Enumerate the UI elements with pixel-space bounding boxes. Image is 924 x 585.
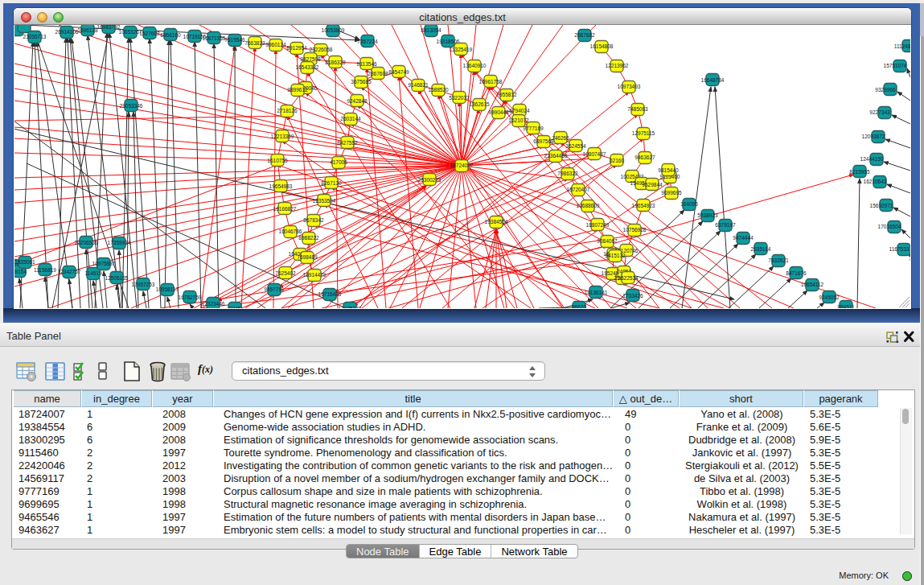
svg-text:10053809: 10053809 (322, 27, 345, 33)
svg-text:23055713: 23055713 (23, 34, 47, 39)
svg-text:26914106: 26914106 (55, 29, 79, 35)
svg-text:23364456: 23364456 (544, 153, 568, 159)
svg-text:9457791: 9457791 (264, 286, 285, 292)
svg-text:9960124: 9960124 (265, 42, 286, 47)
svg-text:62160: 62160 (610, 158, 624, 163)
svg-text:8912954: 8912954 (286, 45, 307, 51)
svg-text:6966160: 6966160 (160, 32, 181, 38)
svg-text:11156819: 11156819 (34, 267, 56, 273)
svg-text:16543382: 16543382 (296, 64, 319, 70)
svg-text:16046786: 16046786 (279, 229, 302, 234)
svg-text:9899612: 9899612 (287, 87, 308, 93)
svg-text:10654112: 10654112 (801, 282, 824, 287)
svg-text:6379197: 6379197 (715, 222, 736, 228)
svg-text:12213369: 12213369 (271, 134, 294, 139)
svg-text:1835061: 1835061 (14, 259, 35, 265)
svg-text:7625402: 7625402 (275, 270, 296, 276)
svg-text:2867608: 2867608 (368, 71, 388, 76)
svg-text:12213962: 12213962 (606, 63, 629, 68)
svg-text:1621072: 1621072 (508, 117, 529, 123)
svg-text:9990448: 9990448 (488, 109, 509, 115)
svg-text:10688609: 10688609 (577, 203, 600, 208)
svg-text:2718126: 2718126 (277, 108, 298, 113)
svg-text:16154808: 16154808 (590, 43, 614, 49)
svg-text:1733426: 1733426 (622, 293, 643, 299)
svg-text:8427552: 8427552 (337, 140, 358, 146)
svg-text:9415132: 9415132 (605, 253, 626, 258)
svg-text:16914479: 16914479 (303, 272, 326, 278)
svg-text:3675685: 3675685 (351, 79, 372, 84)
svg-text:1610755: 1610755 (267, 158, 288, 163)
svg-text:7632621: 7632621 (768, 257, 789, 263)
svg-text:7663822: 7663822 (244, 40, 265, 46)
svg-text:12093872: 12093872 (862, 134, 885, 139)
svg-text:7357224: 7357224 (357, 39, 378, 44)
svg-text:10958117: 10958117 (156, 286, 179, 292)
svg-text:17359934: 17359934 (108, 240, 131, 245)
svg-text:12342757: 12342757 (58, 269, 81, 274)
svg-text:2935114: 2935114 (751, 246, 771, 252)
svg-text:1588520: 1588520 (428, 87, 449, 93)
svg-text:9699695: 9699695 (661, 190, 682, 196)
svg-text:9474444: 9474444 (733, 235, 754, 241)
svg-text:8471676: 8471676 (786, 270, 807, 276)
svg-text:8267130: 8267130 (321, 180, 342, 186)
svg-text:18724007: 18724007 (450, 163, 474, 168)
svg-text:9084067: 9084067 (597, 238, 618, 244)
svg-text:19654923: 19654923 (632, 203, 655, 208)
svg-text:16782759: 16782759 (179, 295, 202, 300)
svg-text:7955812: 7955812 (496, 92, 517, 97)
svg-text:16671355: 16671355 (203, 35, 226, 41)
svg-text:7698489: 7698489 (297, 254, 318, 260)
svg-text:10975887: 10975887 (92, 261, 116, 266)
svg-text:19166827: 19166827 (273, 206, 297, 212)
svg-text:39154: 39154 (14, 269, 27, 274)
svg-text:13640910: 13640910 (463, 63, 487, 68)
svg-text:8678342: 8678342 (303, 217, 324, 223)
svg-text:8454749: 8454749 (388, 69, 409, 75)
svg-text:9242848: 9242848 (347, 98, 368, 104)
svg-text:9329966: 9329966 (875, 87, 896, 93)
svg-text:29053346: 29053346 (120, 103, 143, 109)
svg-text:5938923: 5938923 (697, 212, 718, 218)
svg-text:9777169: 9777169 (523, 126, 544, 131)
svg-text:8215955: 8215955 (849, 169, 870, 175)
svg-text:8186328: 8186328 (325, 60, 346, 65)
svg-text:9245: 9245 (229, 306, 241, 308)
svg-text:15716485: 15716485 (318, 291, 342, 297)
svg-text:25300273: 25300273 (418, 177, 441, 183)
svg-text:10807487: 10807487 (583, 151, 606, 157)
svg-text:12444150: 12444150 (860, 156, 884, 162)
svg-text:16983792: 16983792 (97, 25, 121, 30)
svg-text:1167533: 1167533 (889, 246, 910, 252)
svg-text:16648784: 16648784 (701, 77, 725, 83)
svg-text:1362615: 1362615 (469, 101, 490, 107)
svg-text:96620: 96620 (572, 304, 586, 308)
svg-text:9146821: 9146821 (408, 82, 429, 88)
svg-text:3624554: 3624554 (565, 143, 586, 149)
svg-text:1112481: 1112481 (894, 43, 910, 49)
svg-text:9227343: 9227343 (869, 109, 890, 115)
svg-text:7515546: 7515546 (224, 37, 245, 43)
svg-text:164095: 164095 (680, 201, 698, 207)
svg-text:417006: 417006 (330, 159, 347, 165)
svg-text:17957253: 17957253 (132, 282, 155, 287)
svg-text:884511: 884511 (837, 304, 855, 308)
svg-text:5322037: 5322037 (449, 95, 470, 101)
svg-text:8988222: 8988222 (298, 235, 319, 241)
svg-text:9245052: 9245052 (819, 295, 840, 300)
svg-text:2687682: 2687682 (574, 32, 595, 38)
svg-text:15720407: 15720407 (567, 187, 590, 192)
svg-text:1527602: 1527602 (139, 31, 160, 36)
svg-text:15692971: 15692971 (870, 203, 893, 208)
svg-text:16210643: 16210643 (864, 179, 887, 184)
svg-text:114519: 114519 (84, 270, 102, 276)
svg-text:12505135: 12505135 (105, 275, 129, 281)
svg-text:20206535: 20206535 (75, 240, 98, 245)
svg-text:15751074: 15751074 (884, 63, 907, 68)
svg-text:7986322: 7986322 (557, 171, 578, 176)
svg-text:19654983: 19654983 (269, 183, 293, 189)
svg-text:9463627: 9463627 (634, 154, 655, 160)
svg-text:23226058: 23226058 (310, 47, 333, 52)
svg-text:8813054: 8813054 (421, 27, 441, 33)
